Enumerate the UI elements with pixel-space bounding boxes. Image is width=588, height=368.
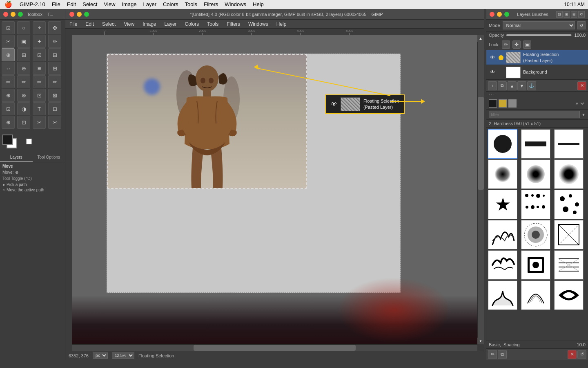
brush-item-12[interactable] xyxy=(554,220,584,249)
menu-image[interactable]: Image xyxy=(118,0,140,9)
minimize-button[interactable] xyxy=(11,12,16,17)
swap-colors-icon[interactable] xyxy=(26,139,32,144)
brush-item-8[interactable] xyxy=(521,190,550,219)
tool-4[interactable]: ✂ xyxy=(48,116,61,129)
move-active-option[interactable]: ○ Move the active path xyxy=(2,188,62,192)
canvas-menu-help[interactable]: Help xyxy=(272,20,291,29)
layers-minimize-button[interactable] xyxy=(497,12,502,17)
tool-ink[interactable]: ✏ xyxy=(48,75,61,88)
vertical-scrollbar[interactable] xyxy=(477,35,484,344)
canvas-close-button[interactable] xyxy=(69,12,74,17)
raise-layer-button[interactable]: ▲ xyxy=(508,81,517,90)
opacity-slider[interactable] xyxy=(506,34,572,36)
pick-path-option[interactable]: ● Pick a path xyxy=(2,182,62,187)
horizontal-scrollbar[interactable] xyxy=(72,344,477,351)
panel-btn-2[interactable]: ⊞ xyxy=(564,11,570,18)
unit-select[interactable]: px xyxy=(93,352,108,359)
tool-flip[interactable]: ↔ xyxy=(2,62,15,75)
brush-item-4[interactable] xyxy=(488,159,517,189)
canvas-menu-image[interactable]: Image xyxy=(138,20,160,29)
canvas-menu-filters[interactable]: Filters xyxy=(223,20,244,29)
layer-item-floating-selection[interactable]: 👁 Floating Selection(Pasted Layer) xyxy=(486,50,588,65)
brush-item-7[interactable]: ★ xyxy=(488,190,517,219)
duplicate-layer-button[interactable]: ⧉ xyxy=(498,81,507,90)
lock-pixels-button[interactable]: ✏ xyxy=(502,40,510,49)
canvas-menu-layer[interactable]: Layer xyxy=(160,20,181,29)
brush-item-6[interactable] xyxy=(554,159,584,189)
menu-appname[interactable]: GIMP-2.10 xyxy=(16,0,49,9)
delete-layer-button[interactable]: ✕ xyxy=(577,81,586,90)
canvas-minimize-button[interactable] xyxy=(77,12,82,17)
menu-layer[interactable]: Layer xyxy=(140,0,160,9)
tool-heal[interactable]: ⊕ xyxy=(2,89,15,102)
canvas-menu-view[interactable]: View xyxy=(120,20,138,29)
tool-fuzzy-select[interactable]: ✤ xyxy=(48,21,61,34)
panel-btn-1[interactable]: ⊡ xyxy=(556,11,563,18)
brush-item-1[interactable] xyxy=(488,129,517,159)
tool-paint[interactable]: ✏ xyxy=(2,75,15,88)
brush-item-15[interactable] xyxy=(554,250,584,280)
canvas-menu-file[interactable]: File xyxy=(65,20,81,29)
tool-dodge[interactable]: ⊠ xyxy=(48,89,61,102)
menu-colors[interactable]: Colors xyxy=(160,0,182,9)
brush-refresh-button[interactable]: ↺ xyxy=(577,350,586,359)
brush-item-5[interactable] xyxy=(521,159,550,189)
maximize-button[interactable] xyxy=(18,12,23,17)
tool-airbrush[interactable]: ✏ xyxy=(33,75,46,88)
brushes-filter-input[interactable] xyxy=(489,111,580,118)
brush-item-11[interactable] xyxy=(521,220,550,249)
layer-item-background[interactable]: 👁 Background xyxy=(486,65,588,80)
layer-visibility-eye-floating[interactable]: 👁 xyxy=(489,54,496,61)
tool-gegl[interactable]: ⊕ xyxy=(2,116,15,129)
brush-item-17[interactable] xyxy=(521,280,550,310)
tool-warp[interactable]: ≋ xyxy=(33,62,46,75)
scroll-corner-arrow-down[interactable]: ▼ xyxy=(477,338,484,344)
scrollbar-thumb-v[interactable] xyxy=(478,97,484,190)
menu-tools[interactable]: Tools xyxy=(182,0,200,9)
menu-help[interactable]: Help xyxy=(249,0,267,9)
tool-pencil[interactable]: ✏ xyxy=(17,75,30,88)
tool-free-select[interactable]: ⌖ xyxy=(33,21,46,34)
tool-paths[interactable]: ✦ xyxy=(33,35,46,48)
apple-menu[interactable]: 🍎 xyxy=(0,1,16,8)
lock-alpha-button[interactable]: ▣ xyxy=(523,40,531,49)
menu-filters[interactable]: Filters xyxy=(200,0,221,9)
tool-foreground-select[interactable]: ▣ xyxy=(17,35,30,48)
canvas-menu-windows[interactable]: Windows xyxy=(244,20,272,29)
brush-delete-button[interactable]: ✕ xyxy=(568,350,577,359)
scrollbar-thumb-h[interactable] xyxy=(194,345,356,351)
brush-item-9[interactable] xyxy=(554,190,584,219)
radio-move-active[interactable]: ○ xyxy=(2,188,5,192)
menu-edit[interactable]: Edit xyxy=(64,0,79,9)
brush-item-2[interactable] xyxy=(521,129,550,159)
tool-move[interactable]: ⊕ xyxy=(2,48,15,61)
brush-item-10[interactable] xyxy=(488,220,517,249)
tool-transform[interactable]: ⊟ xyxy=(48,48,61,61)
close-button[interactable] xyxy=(3,12,8,17)
menu-windows[interactable]: Windows xyxy=(221,0,249,9)
canvas-viewport[interactable]: 👁 Floating Selection (Pasted Layer) xyxy=(72,35,484,351)
menu-file[interactable]: File xyxy=(49,0,64,9)
canvas-menu-colors[interactable]: Colors xyxy=(181,20,203,29)
tab-tool-options[interactable]: Tool Options xyxy=(33,153,65,162)
brush-item-16[interactable] xyxy=(488,280,517,310)
brush-swatch-gray[interactable] xyxy=(508,99,517,108)
foreground-color-swatch[interactable] xyxy=(2,135,13,145)
layers-maximize-button[interactable] xyxy=(504,12,509,17)
lower-layer-button[interactable]: ▼ xyxy=(517,81,526,90)
brush-swatch-yellow[interactable] xyxy=(499,99,507,108)
tool-scissors[interactable]: ✂ xyxy=(2,35,15,48)
tool-clone[interactable]: ⊗ xyxy=(17,89,30,102)
tool-text[interactable]: T xyxy=(33,102,46,115)
canvas-menu-select[interactable]: Select xyxy=(98,20,120,29)
brush-item-3[interactable] xyxy=(554,129,584,159)
tool-color-picker[interactable]: ✏ xyxy=(48,35,61,48)
mode-reset-button[interactable]: ↺ xyxy=(577,21,586,29)
brush-item-14[interactable] xyxy=(521,250,550,280)
new-layer-button[interactable]: + xyxy=(488,81,497,90)
brush-item-18[interactable] xyxy=(554,280,584,310)
swatches-arrow-dropdown[interactable]: ▼ xyxy=(573,101,586,106)
tool-cage[interactable]: ⊕ xyxy=(17,62,30,75)
layers-close-button[interactable] xyxy=(490,12,494,17)
tool-crop[interactable]: ⊡ xyxy=(33,48,46,61)
